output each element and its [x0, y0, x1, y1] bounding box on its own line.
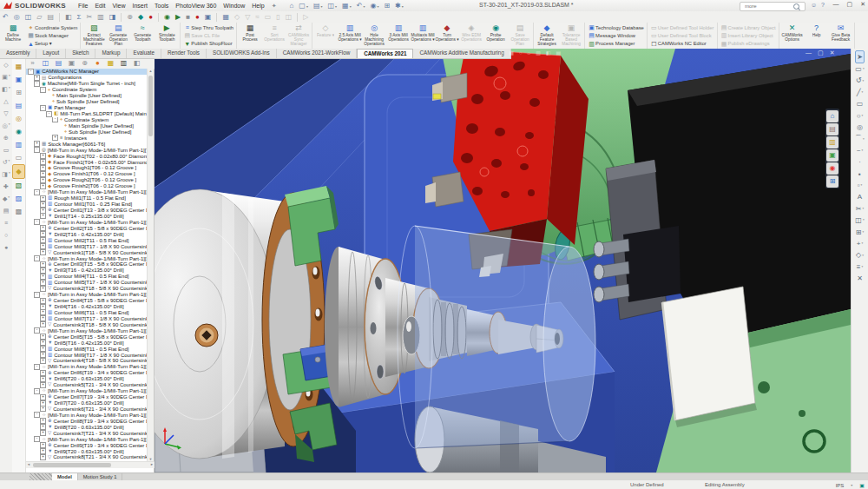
graphics-viewport[interactable] — [155, 49, 851, 472]
select-icon-dropdown[interactable]: ▾ — [377, 4, 378, 9]
ribbon-button-publish-shopfloor[interactable]: ▼Publish ShopFloor — [183, 40, 233, 48]
tree-item-sub-spindle-user-defined[interactable]: ⌖Sub Spindle [User Defined] — [26, 129, 148, 135]
model-tab-model[interactable]: Model — [52, 473, 78, 480]
toolbar-icon-0[interactable]: ↶ — [0, 14, 11, 21]
menu-file[interactable]: File — [75, 3, 91, 9]
tree-expander[interactable]: + — [40, 358, 46, 364]
tree-item-contour-mill2-t11-0-5-flat-end[interactable]: +▥Contour Mill2[T11 - 0.5 Flat End] — [26, 237, 148, 243]
sketch-tool-dropdown-13[interactable]: ▾ — [862, 208, 864, 211]
view-palette-icon[interactable]: ▣ — [826, 149, 838, 162]
propertymanager-icon[interactable]: ▤ — [52, 60, 65, 67]
toolbar-icon-8[interactable]: ▥ — [95, 14, 107, 21]
home-icon[interactable]: ⌂ — [287, 2, 297, 10]
sketch-tool-icon-16[interactable]: +▾ — [857, 238, 863, 249]
sketch-tool-icon-3[interactable]: ╱▾ — [857, 87, 864, 98]
menu-tools[interactable]: Tools — [151, 3, 172, 9]
left-toolbar-dropdown-2[interactable]: ▾ — [9, 87, 10, 90]
ribbon-button-step-thru-toolpath[interactable]: ≡Step Thru Toolpath — [183, 23, 233, 31]
menu-edit[interactable]: Edit — [91, 3, 108, 9]
tree-item-mill-turn-in-assy-mode-1-mill-turn-part-[interactable]: -☼[Mill-Turn in Assy Mode-1/Mill-Turn Pa… — [26, 255, 148, 261]
sketch-tool-icon-15[interactable]: ⊞▾ — [856, 227, 864, 238]
pin-icon[interactable]: ✦ — [272, 3, 277, 10]
tree-item-instances[interactable]: +≡Instances — [26, 135, 148, 141]
left-toolbar-icon-1[interactable]: ▣▾ — [2, 70, 10, 83]
tree-expander[interactable]: - — [40, 87, 46, 93]
tree-expander[interactable]: + — [40, 376, 46, 382]
tree-item-groove-finish1-t06-0-12-groove[interactable]: +◆Groove Finish1[T06 - 0.12 Groove ] — [26, 171, 148, 177]
open-icon-dropdown[interactable]: ▾ — [321, 4, 323, 9]
cam-strip-icon-8[interactable]: ◆ — [12, 164, 25, 179]
tree-expander[interactable]: - — [34, 388, 40, 394]
ribbon-button-generate-toolpath[interactable]: ≈Generate Toolpath — [130, 23, 155, 49]
save-icon-dropdown[interactable]: ▾ — [335, 4, 337, 9]
headsup-icon-0[interactable]: ◎ — [499, 50, 503, 56]
tree-item-machine-mill-turn-single-turret-inch[interactable]: -◉Machine[Mill-Turn Single Turret - inch… — [26, 81, 148, 87]
tree-item-drill8-t20-0-63x135-00-drill[interactable]: +▼Drill8[T20 - 0.63x135.00° Drill] — [26, 424, 148, 430]
toolbar-icon-4[interactable]: ▤ — [44, 14, 56, 21]
print-icon[interactable]: ▦▾ — [339, 2, 354, 10]
restore-button[interactable]: ▢ — [847, 1, 853, 8]
tree-expander[interactable]: - — [34, 436, 40, 442]
tree-item-drill3-t16-0-42x135-00-drill[interactable]: +▼Drill3[T16 - 0.42x135.00° Drill] — [26, 268, 148, 274]
menu-help[interactable]: Help — [248, 3, 267, 9]
tree-expander[interactable]: + — [40, 159, 46, 165]
select-arrow-icon[interactable]: ➤ — [855, 50, 865, 63]
tree-expander[interactable]: + — [40, 286, 46, 292]
ribbon-button-multiaxis-mill-operations[interactable]: ▥Multiaxis Mill Operations ▾ — [411, 23, 435, 49]
tree-expander[interactable]: - — [34, 81, 40, 87]
left-toolbar-dropdown-11[interactable]: ▾ — [8, 196, 10, 200]
tree-item-drill7-t20-0-63x135-00-drill[interactable]: +▼Drill7[T20 - 0.63x135.00° Drill] — [26, 400, 148, 406]
toolbar-icon-1[interactable]: ◎ — [11, 14, 23, 21]
tab-sketch[interactable]: Sketch — [66, 49, 95, 58]
ribbon-button-help[interactable]: ?Help — [805, 23, 829, 49]
print-icon-dropdown[interactable]: ▾ — [350, 4, 352, 9]
close-button[interactable]: ✕ — [860, 1, 865, 8]
tree-item-mill-turn-in-assy-mode-1-mill-turn-part-[interactable]: -☼[Mill-Turn in Assy Mode-1/Mill-Turn Pa… — [26, 412, 148, 418]
tree-item-mill-turn-part-sldprt-default-main[interactable]: -◧Mill-Turn Part.SLDPRT [Default] Main — [26, 111, 148, 117]
tab-camworks-2021[interactable]: CAMWorks 2021 — [357, 49, 413, 58]
tree-expander[interactable]: + — [40, 400, 46, 406]
menu-photoview-360[interactable]: PhotoView 360 — [172, 3, 220, 9]
tab-evaluate[interactable]: Evaluate — [127, 49, 161, 58]
tree-item-mill-turn-in-assy-mode-1-mill-turn-part-[interactable]: -◎[Mill-Turn in Assy Mode-1/Mill-Turn Pa… — [26, 147, 148, 153]
tree-expander[interactable]: - — [34, 412, 40, 418]
machine-3d-scene[interactable] — [155, 49, 851, 472]
headsup-icon-2[interactable]: ○ — [519, 50, 523, 56]
tree-item-countersink4-t18-5-8-x-90-countersink[interactable]: +▽Countersink4[T18 - 5/8 X 90 Countersin… — [26, 358, 148, 364]
sketch-tool-icon-5[interactable]: ○▾ — [857, 110, 864, 122]
tree-item-face-rough1-t02-0-02x80-00-diamond[interactable]: +◆Face Rough1[T02 - 0.02x80.00° Diamond … — [26, 153, 148, 159]
tree-item-drill1-t14-0-25x135-00-drill[interactable]: +▼Drill1[T14 - 0.25x135.00° Drill] — [26, 214, 148, 220]
tree-expander[interactable]: + — [40, 153, 46, 159]
toolbar-icon-9[interactable]: ◨ — [107, 14, 119, 21]
left-toolbar-icon-5[interactable]: ◎▾ — [3, 119, 10, 131]
cam-strip-icon-4[interactable]: ◎ — [13, 112, 24, 125]
search-icon[interactable] — [793, 3, 799, 10]
save-icon[interactable]: ◫▾ — [326, 2, 340, 10]
tree-item-drill4-t16-0-42x135-00-drill[interactable]: +▼Drill4[T16 - 0.42x135.00° Drill] — [26, 304, 148, 310]
sketch-tool-icon-13[interactable]: ✂▾ — [856, 203, 864, 215]
ribbon-button-coordinate-system[interactable]: ⌖Coordinate System — [27, 23, 77, 31]
sketch-tool-icon-8[interactable]: ~▾ — [857, 145, 863, 156]
scroll-right-icon[interactable]: ► — [150, 462, 154, 466]
appearances-scenes-icon[interactable]: ◉ — [826, 162, 838, 175]
tab-solidworks-add-ins[interactable]: SOLIDWORKS Add-Ins — [207, 49, 277, 58]
undo-icon[interactable]: ↶▾ — [354, 2, 368, 10]
tree-item-center-drill9-t19-3-4-x-90deg-center-dri[interactable]: +⊕Center Drill9[T19 - 3/4 x 90DEG Center… — [26, 442, 148, 448]
menu-insert[interactable]: Insert — [129, 3, 152, 9]
sketch-tool-dropdown-16[interactable]: ▾ — [861, 242, 863, 246]
tree-expander[interactable]: + — [40, 165, 46, 171]
tree-expander[interactable]: + — [40, 274, 46, 280]
tree-item-contour-mill1-t01-0-25-flat-end[interactable]: +▥Contour Mill1[T01 - 0.25 Flat End] — [26, 202, 148, 208]
doc-minimize-icon[interactable]: — — [806, 50, 812, 56]
tree-item-countersink7-t21-3-4-x-90-countersink[interactable]: +▽Countersink7[T21 - 3/4 X 90 Countersin… — [26, 430, 148, 436]
cam-strip-icon-9[interactable]: ▧ — [13, 179, 24, 192]
left-toolbar-icon-7[interactable]: ▭ — [3, 143, 10, 155]
toolbar-icon-10[interactable]: ⊕ — [124, 14, 135, 21]
rebuild-icon[interactable]: ⊞ — [381, 2, 392, 10]
menu-view[interactable]: View — [108, 3, 128, 9]
toolbar-icon-7[interactable]: ✂ — [83, 14, 95, 21]
sketch-tool-icon-9[interactable]: · — [858, 157, 861, 169]
headsup-icon-6[interactable]: ▤ — [556, 50, 562, 56]
toolbar-icon-16[interactable]: ● — [193, 14, 202, 21]
tree-item-part-manager[interactable]: -▣Part Manager — [26, 105, 148, 111]
